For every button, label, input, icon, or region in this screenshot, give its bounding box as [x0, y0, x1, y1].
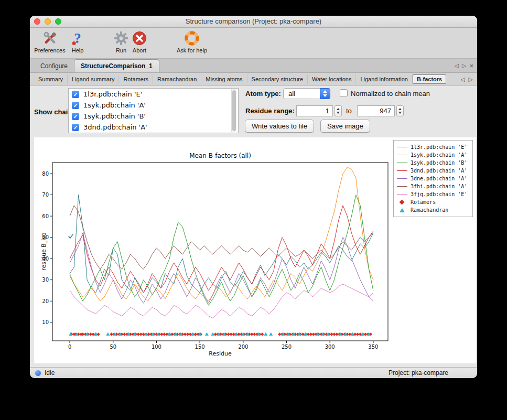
tab2-scroll-left-icon[interactable]: ◁	[460, 76, 465, 83]
legend-label: 3fhi.pdb:chain 'A'	[411, 184, 467, 189]
legend-label: 1syk.pdb:chain 'B'	[411, 160, 467, 166]
residue-to-stepper[interactable]	[396, 105, 404, 116]
scrollbar-thumb[interactable]	[232, 90, 236, 131]
legend-entry: 3dnd.pdb:chain 'A'	[397, 167, 469, 175]
tab-b-factors[interactable]: B-factors	[413, 74, 446, 84]
chain-row[interactable]: ✓1syk.pdb:chain 'B'	[69, 111, 238, 122]
toolbar: Preferences ? Help	[30, 28, 477, 59]
legend-triangle-swatch	[400, 208, 405, 212]
legend-label: Ramachandran	[411, 207, 448, 213]
tab-missing-atoms[interactable]: Missing atoms	[201, 74, 247, 84]
legend-entry: 3fjq.pdb:chain 'E'	[397, 190, 469, 198]
svg-text:150: 150	[195, 344, 205, 350]
dropdown-arrows-icon[interactable]	[320, 88, 330, 99]
svg-text:100: 100	[152, 344, 161, 350]
tab-ramachandran[interactable]: Ramachandran	[153, 74, 201, 84]
chain-checkbox[interactable]: ✓	[72, 113, 79, 120]
atom-type-dropdown[interactable]: all	[283, 88, 330, 99]
legend-line-swatch	[397, 186, 407, 187]
chain-row[interactable]: ✓3dnd.pdb:chain 'A'	[69, 122, 238, 133]
atom-type-value: all	[288, 90, 295, 98]
status-text: Idle	[45, 369, 55, 376]
chain-label: 1l3r.pdb:chain 'E'	[83, 90, 142, 98]
residue-to-input[interactable]	[357, 105, 395, 116]
legend-label: Rotamers	[411, 199, 436, 205]
tab-rotamers[interactable]: Rotamers	[119, 74, 153, 84]
minimize-window-button[interactable]	[45, 18, 51, 25]
chain-label: 1syk.pdb:chain 'B'	[83, 112, 146, 120]
legend-entry: 1l3r.pdb:chain 'E'	[397, 143, 469, 151]
bfactor-figure: 0501001502002503003501020304050607080 Me…	[34, 137, 476, 363]
svg-text:10: 10	[42, 319, 49, 325]
project-label: Project: pka-compare	[389, 369, 448, 376]
abort-button[interactable]: Abort	[132, 29, 147, 53]
chain-list[interactable]: ✓1l3r.pdb:chain 'E'✓1syk.pdb:chain 'A'✓1…	[68, 88, 239, 133]
primary-tab-nav: ◁ ▷ ×	[454, 59, 473, 72]
chain-list-scrollbar[interactable]	[231, 89, 238, 132]
titlebar: Structure comparison (Project: pka-compa…	[30, 16, 477, 28]
window-title: Structure comparison (Project: pka-compa…	[30, 16, 477, 27]
question-icon: ?	[72, 29, 84, 47]
write-values-button[interactable]: Write values to file	[245, 120, 314, 133]
preferences-button[interactable]: Preferences	[34, 29, 65, 53]
normalized-label: Normalized to chain mean	[351, 90, 430, 98]
tab-ligand-summary[interactable]: Ligand summary	[68, 74, 119, 84]
legend-diamond-swatch	[400, 200, 405, 205]
legend-line-swatch	[397, 147, 407, 147]
save-image-button[interactable]: Save image	[320, 120, 370, 133]
legend-line-swatch	[397, 163, 407, 163]
ask-for-help-label: Ask for help	[177, 47, 207, 53]
ask-for-help-button[interactable]: Ask for help	[177, 29, 207, 53]
app-window: Structure comparison (Project: pka-compa…	[30, 16, 477, 378]
lifering-icon	[177, 29, 207, 47]
residue-from-input[interactable]	[296, 105, 333, 116]
tab-summary[interactable]: Summary	[34, 74, 68, 84]
tab-water-locations[interactable]: Water locations	[308, 74, 356, 84]
preferences-label: Preferences	[34, 47, 65, 53]
svg-text:0: 0	[68, 344, 71, 350]
run-button[interactable]: Run	[114, 29, 128, 53]
chart-legend: 1l3r.pdb:chain 'E'1syk.pdb:chain 'A'1syk…	[393, 140, 473, 217]
help-button[interactable]: ? Help	[72, 29, 84, 53]
primary-tab-bar: Configure StructureComparison_1 ◁ ▷ ×	[30, 59, 477, 73]
legend-entry: 1syk.pdb:chain 'A'	[397, 151, 469, 159]
tab-configure[interactable]: Configure	[34, 60, 74, 72]
residue-range-label: Residue range:	[245, 107, 295, 115]
legend-line-swatch	[397, 155, 407, 155]
svg-text:50: 50	[110, 344, 116, 350]
svg-text:300: 300	[325, 344, 335, 350]
atom-type-label: Atom type:	[245, 90, 281, 98]
chart-title: Mean B-factors (all)	[189, 152, 251, 159]
svg-text:350: 350	[368, 344, 378, 350]
secondary-tab-nav: ◁ ▷	[460, 76, 473, 83]
chain-row[interactable]: ✓1l3r.pdb:chain 'E'	[69, 89, 238, 100]
legend-line-swatch	[397, 170, 407, 171]
svg-text:200: 200	[238, 344, 248, 350]
tab-ligand-information[interactable]: Ligand information	[356, 74, 413, 84]
zoom-window-button[interactable]	[55, 18, 61, 25]
tab2-scroll-right-icon[interactable]: ▷	[469, 76, 473, 83]
to-label: to	[346, 107, 352, 115]
abort-icon	[132, 29, 147, 47]
residue-from-stepper[interactable]	[335, 105, 342, 116]
chain-label: 1syk.pdb:chain 'A'	[83, 101, 146, 109]
legend-entry: Ramachandran	[397, 206, 469, 214]
tab-scroll-left-icon[interactable]: ◁	[454, 62, 458, 69]
close-window-button[interactable]	[34, 18, 40, 25]
svg-text:80: 80	[42, 171, 49, 177]
chain-checkbox[interactable]: ✓	[72, 102, 79, 109]
chain-row[interactable]: ✓1syk.pdb:chain 'A'	[69, 100, 238, 111]
chain-checkbox[interactable]: ✓	[72, 124, 79, 131]
tools-icon	[34, 29, 65, 47]
tab-close-icon[interactable]: ×	[469, 62, 473, 70]
svg-text:250: 250	[282, 344, 292, 350]
tab-structurecomparison-1[interactable]: StructureComparison_1	[74, 59, 159, 72]
tab-scroll-right-icon[interactable]: ▷	[462, 62, 466, 69]
normalized-checkbox[interactable]	[340, 89, 348, 97]
tab-secondary-structure[interactable]: Secondary structure	[247, 74, 308, 84]
chain-checkbox[interactable]: ✓	[72, 91, 79, 98]
y-axis-label: residue B_iso	[40, 220, 47, 283]
chain-label: 3dnd.pdb:chain 'A'	[83, 123, 147, 131]
gear-icon	[114, 29, 128, 47]
abort-label: Abort	[132, 47, 147, 53]
